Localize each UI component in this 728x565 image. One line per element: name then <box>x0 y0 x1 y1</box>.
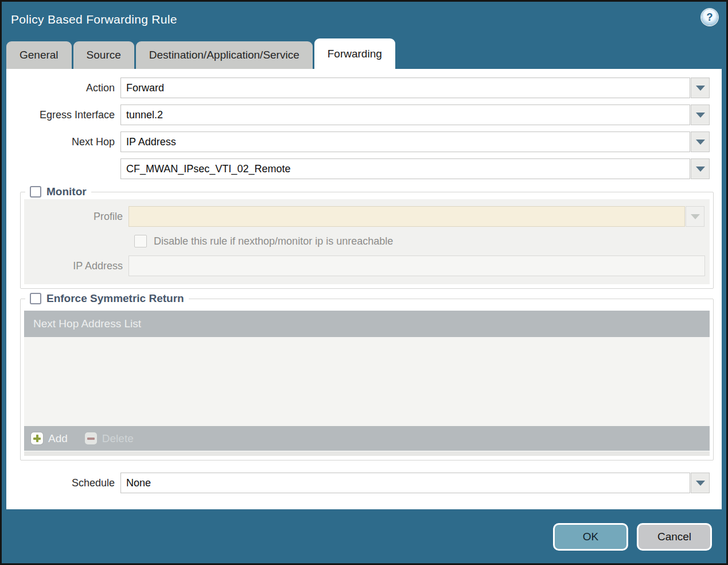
schedule-label: Schedule <box>6 477 120 489</box>
next-hop-dropdown-button[interactable] <box>691 131 710 152</box>
horizontal-scrollbar-track <box>24 451 710 456</box>
next-hop-label: Next Hop <box>6 136 120 148</box>
monitor-title: Monitor <box>46 185 87 198</box>
add-button[interactable]: Add <box>31 432 68 445</box>
delete-button: Delete <box>85 432 134 445</box>
enforce-symmetric-return-section: Enforce Symmetric Return Next Hop Addres… <box>20 292 714 460</box>
egress-interface-dropdown-button[interactable] <box>691 105 710 125</box>
chevron-down-icon <box>696 86 705 91</box>
next-hop-address-dropdown-button[interactable] <box>691 158 710 179</box>
next-hop-address-list-footer: Add Delete <box>24 426 710 451</box>
ok-button[interactable]: OK <box>553 523 628 551</box>
schedule-select[interactable]: None <box>120 473 690 493</box>
plus-icon <box>31 432 43 444</box>
monitor-legend: Monitor <box>25 185 91 198</box>
tab-source[interactable]: Source <box>73 41 134 69</box>
schedule-dropdown-button[interactable] <box>691 473 710 493</box>
profile-row: Profile <box>24 206 710 227</box>
enforce-symmetric-return-title: Enforce Symmetric Return <box>46 292 184 305</box>
next-hop-address-list-body <box>24 337 710 426</box>
next-hop-row: Next Hop IP Address <box>6 131 722 152</box>
enforce-symmetric-return-checkbox[interactable] <box>30 293 41 304</box>
enforce-symmetric-return-legend: Enforce Symmetric Return <box>25 292 189 305</box>
pbf-rule-dialog: Policy Based Forwarding Rule ? General S… <box>0 0 728 565</box>
monitor-ip-address-row: IP Address <box>24 256 710 276</box>
add-button-label: Add <box>48 432 68 445</box>
help-glyph: ? <box>707 11 713 24</box>
action-row: Action Forward <box>6 78 722 98</box>
action-label: Action <box>6 82 120 94</box>
dialog-footer: OK Cancel <box>553 523 712 551</box>
tab-forwarding[interactable]: Forwarding <box>314 38 395 69</box>
next-hop-select[interactable]: IP Address <box>120 131 690 152</box>
next-hop-address-list-table: Next Hop Address List Add Delete <box>24 311 710 456</box>
profile-dropdown-button <box>686 206 704 227</box>
profile-label: Profile <box>24 211 129 223</box>
chevron-down-icon <box>696 140 705 145</box>
page-title: Policy Based Forwarding Rule <box>11 13 177 26</box>
monitor-panel: Profile Disable this rule if nexthop/mon… <box>24 199 710 284</box>
monitor-checkbox[interactable] <box>30 186 41 198</box>
delete-button-label: Delete <box>102 432 134 445</box>
cancel-button[interactable]: Cancel <box>637 523 712 551</box>
forwarding-tab-panel: Action Forward Egress Interface tunnel.2… <box>6 69 722 509</box>
egress-interface-row: Egress Interface tunnel.2 <box>6 105 722 125</box>
schedule-row: Schedule None <box>6 473 722 493</box>
chevron-down-icon <box>696 113 705 118</box>
tab-destination-application-service[interactable]: Destination/Application/Service <box>136 41 313 69</box>
egress-interface-label: Egress Interface <box>6 109 120 121</box>
dialog-titlebar: Policy Based Forwarding Rule <box>2 2 726 37</box>
action-dropdown-button[interactable] <box>691 78 710 98</box>
profile-select <box>129 206 685 227</box>
egress-interface-select[interactable]: tunnel.2 <box>120 105 690 125</box>
monitor-section: Monitor Profile Disable this rule if nex… <box>20 185 714 289</box>
chevron-down-icon <box>691 214 700 219</box>
next-hop-address-row: CF_MWAN_IPsec_VTI_02_Remote <box>6 158 722 179</box>
monitor-ip-address-input <box>129 256 705 276</box>
next-hop-address-list-header: Next Hop Address List <box>24 311 710 337</box>
disable-rule-row: Disable this rule if nexthop/monitor ip … <box>134 235 710 247</box>
minus-icon <box>85 432 97 444</box>
action-select[interactable]: Forward <box>120 78 690 98</box>
chevron-down-icon <box>696 481 705 486</box>
help-icon[interactable]: ? <box>702 9 718 25</box>
chevron-down-icon <box>696 167 705 172</box>
disable-rule-checkbox <box>134 235 147 247</box>
monitor-ip-address-label: IP Address <box>24 260 129 272</box>
tab-general[interactable]: General <box>6 41 72 69</box>
tab-bar: General Source Destination/Application/S… <box>2 37 726 69</box>
next-hop-address-combo[interactable]: CF_MWAN_IPsec_VTI_02_Remote <box>120 158 690 179</box>
disable-rule-label: Disable this rule if nexthop/monitor ip … <box>154 235 393 247</box>
